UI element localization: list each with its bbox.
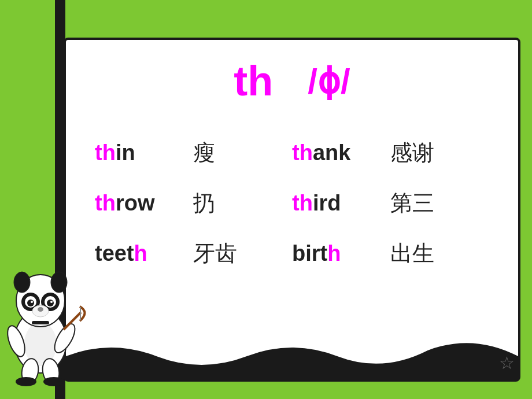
meaning-third: 第三 <box>390 189 434 218</box>
meaning-birth: 出生 <box>390 239 434 268</box>
highlight: th <box>95 141 116 165</box>
highlight: h <box>327 241 341 265</box>
word-teeth: teeth <box>95 241 164 266</box>
svg-point-20 <box>16 377 36 386</box>
content-area: th /ϕ/ thin 瘦 thank 感谢 throw <box>66 40 518 296</box>
title-th: th <box>234 57 273 105</box>
meaning-thank: 感谢 <box>390 138 434 168</box>
list-item: teeth 牙齿 <box>95 228 292 279</box>
word-throw: throw <box>95 191 164 216</box>
svg-rect-15 <box>32 321 49 324</box>
svg-point-10 <box>47 300 54 306</box>
title-phonetic: /ϕ/ <box>308 61 350 101</box>
meaning-throw: 扔 <box>193 189 215 218</box>
highlight: h <box>134 241 147 265</box>
list-item: thin 瘦 <box>95 128 292 178</box>
list-item: third 第三 <box>292 178 489 228</box>
mascot <box>0 237 87 387</box>
list-item: birth 出生 <box>292 228 489 279</box>
svg-point-9 <box>27 300 34 306</box>
word-birth: birth <box>292 241 361 266</box>
svg-point-14 <box>38 307 43 312</box>
list-item: thank 感谢 <box>292 128 489 178</box>
svg-point-4 <box>51 272 67 293</box>
title-row: th /ϕ/ <box>95 57 489 105</box>
list-item: throw 扔 <box>95 178 292 228</box>
star-icon: ☆ <box>499 353 515 373</box>
word-third: third <box>292 191 361 216</box>
words-grid: thin 瘦 thank 感谢 throw 扔 th <box>95 128 489 279</box>
wave-decoration <box>66 327 518 379</box>
svg-point-12 <box>50 301 53 303</box>
svg-point-11 <box>31 301 33 303</box>
meaning-thin: 瘦 <box>193 138 215 168</box>
highlight: th <box>292 191 313 215</box>
highlight: th <box>292 141 313 165</box>
svg-point-21 <box>43 377 64 386</box>
word-thin: thin <box>95 141 164 165</box>
highlight: th <box>95 191 116 215</box>
meaning-teeth: 牙齿 <box>193 239 237 268</box>
svg-point-3 <box>14 272 30 293</box>
content-panel: th /ϕ/ thin 瘦 thank 感谢 throw <box>64 38 520 382</box>
word-thank: thank <box>292 141 361 165</box>
